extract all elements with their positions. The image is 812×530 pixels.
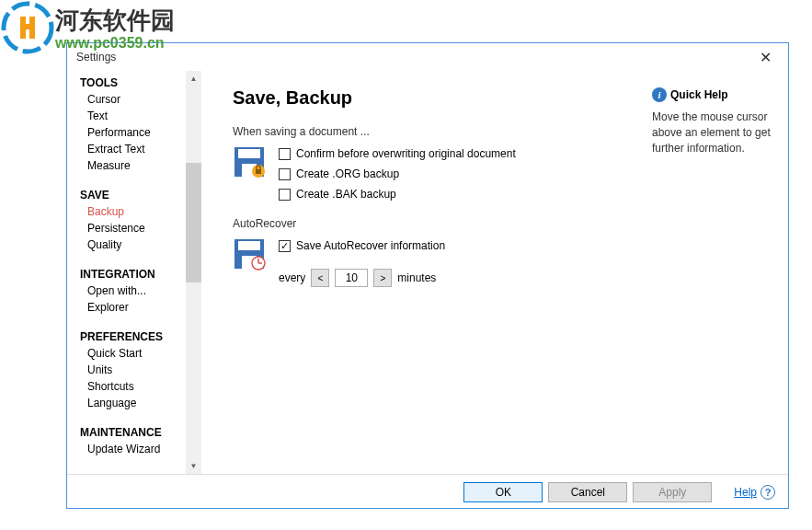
save-autorecover-label: Save AutoRecover information [296,239,445,252]
help-link[interactable]: Help [734,486,757,499]
nav-item-open-with[interactable]: Open with... [80,282,201,299]
scroll-thumb[interactable] [186,163,201,282]
dialog-title: Settings [76,51,116,63]
watermark-url: www.pc0359.cn [55,35,165,52]
ok-button[interactable]: OK [463,482,543,502]
autorecover-section-label: AutoRecover [233,217,652,230]
nav-item-backup[interactable]: Backup [80,203,201,220]
nav-item-language[interactable]: Language [80,395,201,411]
create-org-label: Create .ORG backup [296,167,399,180]
confirm-overwrite-checkbox[interactable] [279,148,291,160]
svg-rect-5 [238,149,260,158]
nav-item-quality[interactable]: Quality [80,236,201,253]
sidebar-scrollbar[interactable]: ▲ ▼ [186,71,201,474]
nav-item-measure[interactable]: Measure [80,157,201,174]
quick-help-text: Move the mouse cursor above an element t… [652,109,775,156]
every-label: every [279,271,305,284]
nav-heading-maintenance: MAINTENANCE [80,424,201,441]
nav-heading-preferences: PREFERENCES [80,328,201,345]
svg-rect-10 [238,241,260,250]
nav-item-units[interactable]: Units [80,362,201,378]
panel-title: Save, Backup [233,87,652,109]
title-bar: Settings ✕ [67,43,788,71]
info-icon: i [652,87,667,102]
help-icon[interactable]: ? [761,485,775,500]
cancel-button[interactable]: Cancel [548,482,627,502]
interval-increase-button[interactable]: > [373,269,392,287]
confirm-overwrite-label: Confirm before overwriting original docu… [296,147,516,160]
button-bar: OK Cancel Apply Help ? [67,474,788,509]
settings-sidebar: TOOLS Cursor Text Performance Extract Te… [67,71,201,474]
save-autorecover-checkbox[interactable] [279,240,291,252]
floppy-lock-icon [233,145,266,179]
watermark-text: 河东软件园 [55,5,175,37]
nav-item-explorer[interactable]: Explorer [80,299,201,316]
create-bak-checkbox[interactable] [279,189,291,201]
nav-heading-tools: TOOLS [80,75,201,91]
svg-rect-8 [256,169,261,174]
svg-rect-3 [20,24,35,29]
apply-button[interactable]: Apply [633,482,712,502]
nav-item-quick-start[interactable]: Quick Start [80,345,201,362]
nav-item-extract-text[interactable]: Extract Text [80,141,201,157]
close-button[interactable]: ✕ [752,47,779,68]
nav-item-update-wizard[interactable]: Update Wizard [80,441,201,457]
scroll-up-arrow[interactable]: ▲ [186,71,201,86]
floppy-clock-icon [233,237,266,271]
saving-section-label: When saving a document ... [233,125,652,138]
main-panel: Save, Backup When saving a document ... … [201,71,652,474]
nav-item-persistence[interactable]: Persistence [80,220,201,236]
nav-item-cursor[interactable]: Cursor [80,91,201,108]
interval-decrease-button[interactable]: < [311,269,329,287]
watermark-logo [0,0,55,55]
nav-item-shortcuts[interactable]: Shortcuts [80,378,201,395]
create-org-checkbox[interactable] [279,168,291,180]
scroll-down-arrow[interactable]: ▼ [186,458,201,474]
quick-help-panel: i Quick Help Move the mouse cursor above… [652,71,788,474]
nav-heading-integration: INTEGRATION [80,266,201,282]
create-bak-label: Create .BAK backup [296,188,396,201]
nav-heading-save: SAVE [80,187,201,203]
settings-dialog: Settings ✕ TOOLS Cursor Text Performance… [66,42,789,509]
minutes-label: minutes [397,271,436,284]
nav-item-performance[interactable]: Performance [80,124,201,141]
quick-help-title: Quick Help [670,88,728,101]
interval-value[interactable]: 10 [335,269,368,287]
nav-item-text[interactable]: Text [80,108,201,124]
